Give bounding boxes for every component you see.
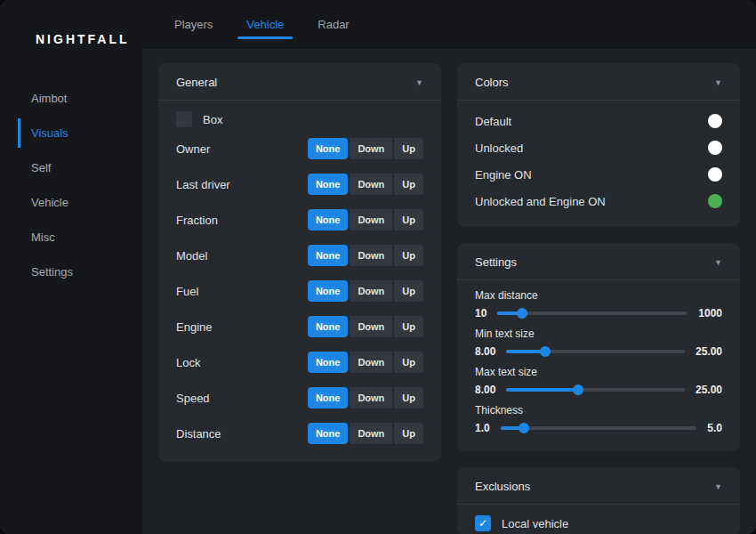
option-down-button[interactable]: Down [350, 280, 392, 302]
general-panel-header[interactable]: General ▼ [158, 63, 441, 101]
general-row-distance: Distance None Down Up [158, 416, 441, 451]
general-row-model: Model None Down Up [158, 238, 441, 273]
slider-max-value: 1000 [698, 307, 722, 320]
option-down-button[interactable]: Down [350, 387, 392, 409]
general-row-owner: Owner None Down Up [158, 131, 441, 166]
slider-max-value: 25.00 [696, 384, 722, 396]
color-swatch[interactable] [708, 167, 722, 182]
slider-fill [506, 388, 577, 392]
slider-knob[interactable] [517, 308, 527, 319]
row-label: Last driver [176, 178, 230, 191]
chevron-down-icon[interactable]: ▼ [714, 258, 722, 267]
slider-track[interactable] [497, 312, 688, 315]
option-none-button[interactable]: None [308, 352, 349, 373]
option-up-button[interactable]: Up [394, 174, 423, 195]
slider-track[interactable] [501, 426, 697, 430]
general-row-fuel: Fuel None Down Up [158, 273, 441, 309]
chevron-down-icon[interactable]: ▼ [714, 482, 722, 491]
box-checkbox-label: Box [203, 113, 222, 126]
option-none-button[interactable]: None [308, 316, 349, 337]
settings-panel-header[interactable]: Settings ▼ [457, 243, 740, 280]
slider-track[interactable] [506, 388, 685, 392]
toggle-group: None Down Up [308, 209, 423, 231]
general-panel: General ▼ Box Owner None Down Up [158, 63, 441, 462]
row-label: Model [176, 249, 207, 263]
option-none-button[interactable]: None [308, 209, 349, 231]
color-swatch[interactable] [708, 141, 722, 155]
color-row-default: Default [475, 108, 722, 134]
toggle-group: None Down Up [308, 423, 423, 444]
slider-knob[interactable] [540, 346, 551, 357]
option-up-button[interactable]: Up [394, 316, 423, 337]
option-up-button[interactable]: Up [394, 245, 423, 266]
exclusions-panel-header[interactable]: Exclusions ▼ [457, 467, 740, 505]
option-none-button[interactable]: None [308, 174, 349, 195]
option-down-button[interactable]: Down [350, 174, 392, 195]
tab-players[interactable]: Players [174, 0, 213, 49]
slider-max-text-size: Max text size 8.00 25.00 [475, 366, 722, 396]
option-up-button[interactable]: Up [394, 423, 423, 444]
slider-max-value: 5.0 [707, 422, 722, 434]
nightfall-window: NIGHTFALL Aimbot Visuals Self Vehicle Mi… [0, 0, 756, 534]
color-swatch[interactable] [708, 194, 722, 208]
color-row-unlocked-engine-on: Unlocked and Engine ON [475, 188, 722, 214]
option-down-button[interactable]: Down [350, 423, 392, 444]
tab-radar[interactable]: Radar [318, 0, 349, 49]
main-area: Players Vehicle Radar General ▼ Box [142, 0, 756, 534]
slider-track[interactable] [506, 350, 685, 353]
option-up-button[interactable]: Up [394, 209, 423, 231]
option-down-button[interactable]: Down [350, 352, 392, 373]
option-none-button[interactable]: None [308, 138, 349, 159]
option-none-button[interactable]: None [308, 387, 349, 409]
box-toggle[interactable]: Box [158, 101, 441, 131]
option-up-button[interactable]: Up [394, 387, 423, 409]
slider-knob[interactable] [573, 384, 583, 395]
option-none-button[interactable]: None [308, 423, 349, 444]
general-row-lock: Lock None Down Up [158, 344, 441, 380]
box-checkbox[interactable] [176, 111, 192, 127]
option-up-button[interactable]: Up [394, 138, 423, 159]
option-none-button[interactable]: None [308, 280, 349, 302]
colors-panel-header[interactable]: Colors ▼ [457, 63, 740, 101]
option-down-button[interactable]: Down [350, 316, 392, 337]
row-label: Speed [176, 392, 210, 405]
general-row-engine: Engine None Down Up [158, 309, 441, 344]
chevron-down-icon[interactable]: ▼ [415, 78, 423, 87]
toggle-group: None Down Up [308, 245, 423, 266]
general-row-last-driver: Last driver None Down Up [158, 166, 441, 202]
sidebar-item-visuals[interactable]: Visuals [18, 118, 142, 148]
slider-min-value: 8.00 [475, 384, 495, 396]
left-column: General ▼ Box Owner None Down Up [158, 63, 441, 520]
toggle-group: None Down Up [308, 352, 423, 373]
local-vehicle-toggle[interactable]: Local vehicle [457, 505, 740, 534]
sidebar-item-vehicle[interactable]: Vehicle [18, 188, 142, 217]
content-area: General ▼ Box Owner None Down Up [142, 49, 756, 534]
slider-knob[interactable] [519, 423, 529, 433]
chevron-down-icon[interactable]: ▼ [714, 78, 722, 87]
color-row-unlocked: Unlocked [475, 134, 722, 161]
tab-vehicle[interactable]: Vehicle [246, 0, 284, 49]
exclusions-panel: Exclusions ▼ Local vehicle [457, 467, 740, 534]
top-tab-bar: Players Vehicle Radar [142, 0, 756, 49]
general-row-fraction: Fraction None Down Up [158, 202, 441, 238]
option-up-button[interactable]: Up [394, 352, 423, 373]
sidebar-item-misc[interactable]: Misc [18, 222, 142, 252]
slider-min-value: 10 [475, 307, 487, 320]
color-row-engine-on: Engine ON [475, 161, 722, 188]
slider-label: Max text size [475, 366, 722, 378]
option-down-button[interactable]: Down [350, 209, 392, 231]
option-up-button[interactable]: Up [394, 280, 423, 302]
local-vehicle-checkbox[interactable] [475, 515, 491, 531]
color-swatch[interactable] [708, 114, 722, 128]
option-none-button[interactable]: None [308, 245, 349, 266]
slider-label: Thickness [475, 404, 722, 417]
option-down-button[interactable]: Down [350, 138, 392, 159]
slider-min-value: 1.0 [475, 422, 490, 434]
sidebar-item-settings[interactable]: Settings [18, 257, 142, 287]
color-label: Unlocked and Engine ON [475, 195, 606, 208]
app-title: NIGHTFALL [0, 0, 142, 84]
sidebar-item-self[interactable]: Self [18, 153, 142, 182]
right-column: Colors ▼ Default Unlocked Eng [457, 63, 740, 520]
option-down-button[interactable]: Down [350, 245, 392, 266]
sidebar-item-aimbot[interactable]: Aimbot [18, 84, 142, 113]
